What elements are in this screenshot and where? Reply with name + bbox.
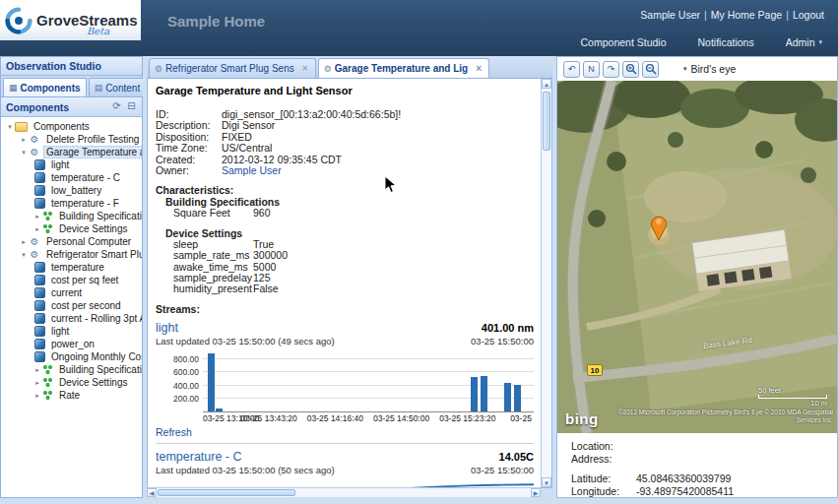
scrollbar-thumb[interactable]: [543, 92, 550, 151]
field-row: ID:digi_sensor_[00:13:a2:00:40:5d:66:5b]…: [156, 109, 534, 120]
observation-studio-header[interactable]: Observation Studio: [1, 57, 142, 76]
collapse-all-icon[interactable]: ⊟: [124, 99, 139, 114]
tree-item-label: temperature - C: [48, 171, 123, 184]
field-label: Time Zone:: [156, 143, 222, 154]
owner-link[interactable]: Sample User: [222, 165, 282, 176]
tab-garage-temperature-and-lig[interactable]: ⚙Garage Temperature and Lig×: [318, 58, 489, 78]
expand-arrow-icon[interactable]: ▸: [19, 238, 29, 246]
x-axis-label: 03-25 15:56:: [510, 413, 534, 423]
user-name-link[interactable]: Sample User: [640, 9, 700, 21]
tree-item-rate[interactable]: ▸Rate: [1, 389, 142, 402]
close-tab-icon[interactable]: ×: [300, 63, 310, 74]
zoom-out-icon[interactable]: [642, 61, 659, 78]
expand-arrow-icon[interactable]: ▸: [19, 136, 29, 144]
component-fields: ID:digi_sensor_[00:13:a2:00:40:5d:66:5b]…: [156, 109, 534, 176]
refresh-link[interactable]: Refresh: [156, 426, 192, 438]
expand-arrow-icon[interactable]: ▸: [32, 379, 42, 387]
data-bar: [471, 377, 478, 411]
tree-item-garage-temperature-and-li[interactable]: ▾⚙Garage Temperature and Li...: [1, 146, 142, 158]
map-view-dropdown[interactable]: ▾ Bird's eye: [683, 63, 736, 75]
stream-name[interactable]: light: [156, 321, 178, 335]
tree-item-light[interactable]: light: [1, 158, 142, 171]
tree-item-power-on[interactable]: power_on: [1, 338, 142, 350]
map-toolbar: ↶ N ↷ ▾ Bird's eye: [557, 57, 837, 81]
nav-admin[interactable]: Admin▾: [786, 36, 822, 48]
logo[interactable]: GroveStreams Beta: [0, 0, 141, 40]
zoom-in-icon[interactable]: [622, 61, 639, 78]
scroll-left-icon[interactable]: ◀: [147, 488, 157, 497]
tree-item-building-specifications[interactable]: ▸Building Specifications: [1, 210, 142, 222]
tree-item-current[interactable]: current: [1, 286, 142, 299]
chars-icon: [42, 377, 53, 388]
sidebar-tab-content[interactable]: ▤Content: [89, 78, 147, 96]
data-bar: [481, 376, 487, 411]
component-icon: ⚙: [29, 249, 40, 261]
tree-item-building-specifications[interactable]: ▸Building Specifications: [1, 363, 142, 376]
close-tab-icon[interactable]: ×: [474, 63, 483, 74]
tree-item-label: light: [48, 325, 72, 338]
tree-item-label: temperature - F: [48, 197, 122, 210]
scale-feet-label: 50 feet: [758, 386, 827, 395]
tree-item-low-battery[interactable]: low_battery: [1, 184, 142, 197]
tree-item-delete-profile-testing[interactable]: ▸⚙Delete Profile Testing: [1, 133, 142, 146]
expand-arrow-icon[interactable]: ▸: [32, 213, 42, 220]
field-label: Owner:: [156, 165, 222, 176]
gridline: [203, 358, 534, 359]
collapse-arrow-icon[interactable]: ▾: [5, 123, 15, 131]
setting-label: sample_rate_ms: [173, 250, 253, 261]
tree-item-current-rolling-3pt-avg[interactable]: current - Rolling 3pt Avg: [1, 312, 142, 325]
bing-logo[interactable]: bing: [565, 410, 599, 427]
map-canvas[interactable]: 10 Bass Lake Rd 50 feet 10 m ©2012 Micro…: [557, 81, 837, 433]
refresh-icon[interactable]: ⟳: [109, 99, 124, 114]
my-home-page-link[interactable]: My Home Page: [711, 9, 782, 21]
compass-north-icon[interactable]: N: [583, 61, 600, 78]
rotate-right-icon[interactable]: ↷: [603, 61, 619, 78]
vertical-scrollbar[interactable]: ▲ ▼: [541, 79, 551, 487]
light-bar-chart: 200.00400.00600.00800.0003-25 13:10:0003…: [156, 351, 534, 423]
sidebar-tabs: ▦Components▤Content: [1, 76, 142, 97]
tree-item-device-settings[interactable]: ▸Device Settings: [1, 376, 142, 389]
tree-item-device-settings[interactable]: ▸Device Settings: [1, 222, 142, 235]
tree-item-components[interactable]: ▾Components: [1, 120, 142, 133]
scrollbar-thumb[interactable]: [158, 489, 295, 496]
tree-item-personal-computer[interactable]: ▸⚙Personal Computer: [1, 235, 142, 248]
scroll-right-icon[interactable]: ▶: [531, 488, 541, 497]
info-value: 45.08463360039799: [636, 473, 731, 485]
scroll-down-icon[interactable]: ▼: [542, 477, 551, 487]
expand-arrow-icon[interactable]: ▸: [32, 392, 42, 400]
stream-temperature-c: temperature - C 14.05C Last updated 03-2…: [156, 450, 534, 488]
collapse-arrow-icon[interactable]: ▾: [19, 149, 29, 157]
y-axis-label: 800.00: [156, 354, 199, 364]
tree-item-label: Ongoing Monthly Cost (...: [48, 350, 142, 363]
horizontal-scrollbar[interactable]: ◀ ▶: [147, 487, 541, 497]
tree-item-cost-per-sq-feet[interactable]: cost per sq feet: [1, 274, 142, 286]
tree-item-temperature[interactable]: temperature: [1, 261, 142, 274]
nav-notifications[interactable]: Notifications: [698, 36, 754, 48]
tree-item-ongoing-monthly-cost[interactable]: Ongoing Monthly Cost (...: [1, 350, 142, 363]
streams-heading: Streams:: [156, 303, 534, 315]
tab-refrigerator-smart-plug-sens[interactable]: ⚙Refrigerator Smart Plug Sens×: [149, 58, 316, 78]
tree-item-temperature-f[interactable]: temperature - F: [1, 197, 142, 210]
stream-name[interactable]: temperature - C: [156, 450, 242, 464]
setting-label: humidity_present: [173, 284, 253, 294]
expand-arrow-icon[interactable]: ▸: [32, 225, 42, 233]
tree-item-temperature-c[interactable]: temperature - C: [1, 171, 142, 184]
collapse-arrow-icon[interactable]: ▾: [19, 251, 29, 259]
device-rows: sleepTruesample_rate_ms300000awake_time_…: [156, 239, 534, 295]
logout-link[interactable]: Logout: [793, 9, 824, 21]
user-links: Sample User|My Home Page|Logout: [640, 9, 824, 21]
scroll-up-icon[interactable]: ▲: [542, 79, 551, 89]
rotate-left-icon[interactable]: ↶: [563, 61, 580, 78]
device-settings-heading: Device Settings: [165, 227, 534, 239]
tree-item-light[interactable]: light: [1, 325, 142, 338]
nav-component-studio[interactable]: Component Studio: [581, 36, 667, 48]
tab-label: Refrigerator Smart Plug Sens: [165, 63, 294, 74]
tree-item-refrigerator-smart-plug-se[interactable]: ▾⚙Refrigerator Smart Plug Se...: [1, 248, 142, 261]
sidebar-tab-components[interactable]: ▦Components: [3, 78, 87, 96]
setting-value: False: [253, 284, 279, 294]
page-title: Sample Home: [167, 13, 265, 30]
gridline: [203, 371, 534, 372]
setting-row: sample_rate_ms300000: [173, 250, 534, 261]
tree-item-cost-per-second[interactable]: cost per second: [1, 299, 142, 312]
expand-arrow-icon[interactable]: ▸: [32, 366, 42, 374]
